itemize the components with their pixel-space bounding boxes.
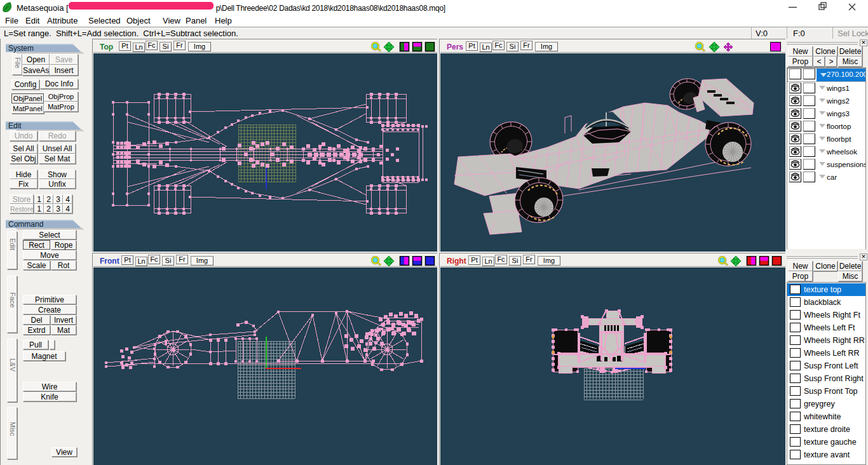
svg-text:Command: Command [8,220,43,229]
svg-text:System: System [8,44,34,53]
svg-text:Edit: Edit [8,121,22,130]
